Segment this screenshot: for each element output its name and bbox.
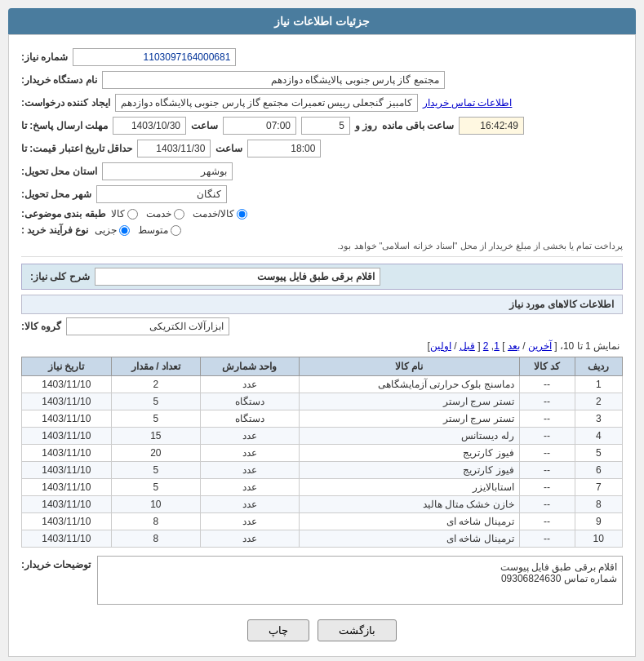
bazgasht-button[interactable]: بازگشت [318, 619, 397, 641]
table-row: 6 -- فیوز کارتریج عدد 5 1403/11/10 [22, 462, 623, 479]
noe-farayand-label: نوع فرآیند خرید : [21, 224, 88, 236]
shomare-niaz-label: شماره نیاز: [21, 51, 68, 63]
table-row: 5 -- فیوز کارتریج عدد 20 1403/11/10 [22, 445, 623, 462]
col-radif: ردیف [575, 357, 622, 376]
mohlet-saat-value: 07:00 [223, 117, 296, 135]
kala-table: ردیف کد کالا نام کالا واحد شمارش تعداد /… [21, 357, 623, 548]
group-kala-label: گروه کالا: [21, 321, 61, 332]
farayand-mostaqim-option[interactable]: متوسط [138, 224, 181, 236]
sharh-koli-value: اقلام برقی طبق فایل پیوست [95, 268, 380, 286]
pagination-text: نمایش 1 تا 10، [ آخرین / بعد ] 1, 2 [ قب… [427, 340, 620, 352]
table-row: 9 -- ترمینال شاخه ای عدد 8 1403/11/10 [22, 513, 623, 530]
col-tedad: تعداد / مقدار [111, 357, 200, 376]
tawzih-kharidar-box: اقلام برقی طبق فایل پیوست شماره تماس 093… [97, 556, 623, 605]
mohlet-date-value: 1403/10/30 [113, 117, 186, 135]
tabaqe-radio-group: کالا/خدمت خدمت کالا [111, 208, 247, 220]
col-tarikh: تاریخ نیاز [22, 357, 112, 376]
farayand-mozavat-option[interactable]: جزیی [95, 224, 130, 236]
col-vahed: واحد شمارش [201, 357, 299, 376]
page-title: جزئیات اطلاعات نیاز [8, 8, 636, 34]
hadaqal-saat-label: ساعت [215, 143, 242, 154]
table-row: 1 -- دماسنج بلوک حرارتی آزمایشگاهی عدد 2… [22, 376, 623, 393]
tabaqe-kala-label: کالا [111, 208, 125, 220]
ettelaat-kala-title: اطلاعات کالاهای مورد نیاز [21, 295, 623, 314]
tawzih-line1: اقلام برقی طبق فایل پیوست [103, 561, 617, 573]
group-kala-value: ابزارآلات الکتریکی [66, 317, 229, 335]
chap-button[interactable]: چاپ [247, 619, 309, 641]
tabaqe-label: طبقه بندی موضوعی: [21, 208, 106, 220]
mohlet-rooz-label: روز و [355, 120, 377, 131]
tawzih-kharidar-label: توضیحات خریدار: [21, 559, 91, 570]
footer-buttons: بازگشت چاپ [21, 613, 623, 648]
ostan-label: استان محل تحویل: [21, 166, 97, 177]
sharh-koli-section: اقلام برقی طبق فایل پیوست شرح کلی نیاز: [21, 264, 623, 290]
tabaqe-kala-khadamat-label: کالا/خدمت [193, 208, 234, 220]
ettelaat-tamas-link[interactable]: اطلاعات تماس خریدار [423, 97, 513, 109]
table-row: 3 -- تستر سرج ارستر دستگاه 5 1403/11/10 [22, 410, 623, 428]
shahr-value: کنگان [96, 185, 227, 203]
shahr-label: شهر محل تحویل: [21, 189, 91, 200]
sharh-koli-label: شرح کلی نیاز: [30, 271, 90, 282]
table-row: 8 -- خازن خشک متال هالید عدد 10 1403/11/… [22, 496, 623, 513]
hadaqal-saat-value: 18:00 [247, 140, 321, 157]
ijad-konande-value: کامبیز گنجعلی رییس تعمیرات مجتمع گاز پار… [115, 94, 418, 112]
tabaqe-khadamat-label: خدمت [146, 208, 171, 220]
tawzih-line2: شماره تماس 09306824630 [103, 573, 617, 584]
pagination-row: نمایش 1 تا 10، [ آخرین / بعد ] 1, 2 [ قب… [21, 339, 623, 353]
tabaqe-kala-khadamat-option[interactable]: کالا/خدمت [193, 208, 247, 220]
mohlet-baghi-value: 16:42:49 [459, 117, 524, 135]
shomare-niaz-value: 1103097164000681 [73, 48, 236, 66]
tabaqe-kala-option[interactable]: کالا [111, 208, 138, 220]
ostan-value: بوشهر [102, 162, 233, 180]
ijad-konande-label: ایجاد کننده درخواست: [21, 97, 110, 109]
farayand-note: پرداخت تمام یا بخشی از مبلغ خریدار از مح… [337, 241, 623, 251]
hadaqal-date-value: 1403/11/30 [137, 140, 211, 157]
tabaqe-khadamat-option[interactable]: خدمت [146, 208, 184, 220]
noe-farayand-radio-group: متوسط جزیی [95, 224, 181, 236]
nam-dastgah-value: مجتمع گاز پارس جنوبی پالایشگاه دوازدهم [102, 71, 445, 89]
mohlet-rooz-value: 5 [301, 117, 350, 135]
mohlet-saat-label: ساعت [191, 120, 218, 131]
col-nam-kala: نام کالا [299, 357, 519, 376]
col-kod-kala: کد کالا [519, 357, 575, 376]
table-row: 2 -- تستر سرج ارستر دستگاه 5 1403/11/10 [22, 393, 623, 410]
farayand-mozavat-label: جزیی [95, 224, 117, 236]
farayand-mostaqim-label: متوسط [138, 224, 168, 236]
hadaqal-label: حداقل تاریخ اعتبار قیمت: تا [21, 143, 132, 154]
table-row: 4 -- رله دیستانس عدد 15 1403/11/10 [22, 428, 623, 445]
table-row: 7 -- استابالایزر عدد 5 1403/11/10 [22, 479, 623, 496]
mohlet-ersal-label: مهلت ارسال پاسخ: تا [21, 120, 108, 131]
table-row: 10 -- ترمینال شاخه ای عدد 8 1403/11/10 [22, 530, 623, 548]
nam-dastgah-label: نام دستگاه خریدار: [21, 74, 97, 86]
mohlet-baghi-label: ساعت باقی مانده [382, 120, 454, 131]
